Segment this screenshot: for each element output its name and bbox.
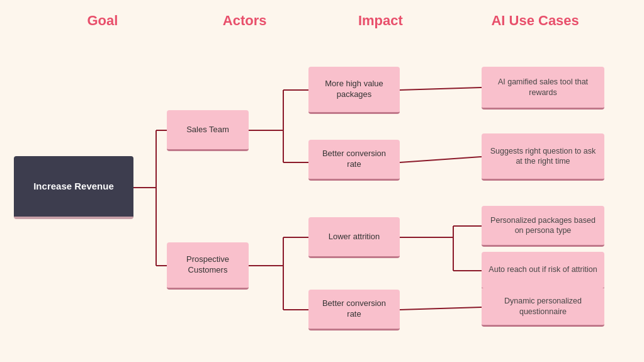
impact-better-conversion-sales-box: Better conversion rate: [308, 140, 400, 181]
header-ai-use-cases: AI Use Cases: [466, 13, 604, 29]
actor-prospective-customers-box: Prospective Customers: [167, 242, 249, 290]
ai-personalized-packages-box: Personalized packages based on persona t…: [482, 206, 604, 247]
ai-dynamic-questionnaire-box: Dynamic personalized questionnaire: [482, 288, 604, 327]
ai-suggests-question-box: Suggests right question to ask at the ri…: [482, 133, 604, 181]
impact-lower-attrition-box: Lower attrition: [308, 217, 400, 258]
impact-high-value-packages-box: More high value packages: [308, 67, 400, 114]
actor-sales-team-box: Sales Team: [167, 110, 249, 151]
goal-box: Increase Revenue: [14, 156, 133, 219]
headers-row: Goal Actors Impact AI Use Cases: [13, 13, 631, 29]
impact-better-conversion-prospective-box: Better conversion rate: [308, 290, 400, 331]
header-impact: Impact: [324, 13, 437, 29]
svg-line-12: [400, 88, 482, 90]
svg-line-18: [400, 307, 482, 310]
diagram-container: Goal Actors Impact AI Use Cases: [0, 0, 644, 362]
ai-auto-reach-out-box: Auto reach out if risk of attrition: [482, 252, 604, 290]
header-goal: Goal: [40, 13, 166, 29]
header-actors: Actors: [195, 13, 295, 29]
svg-line-13: [400, 157, 482, 162]
ai-gamified-sales-tool-box: AI gamified sales tool that rewards: [482, 67, 604, 110]
